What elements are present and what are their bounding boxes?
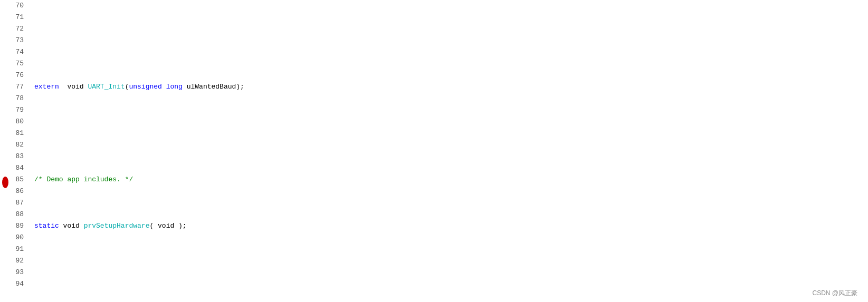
code-line: static void prvSetupHardware ( void ); — [34, 220, 868, 232]
code-line: extern void UART_Init ( unsigned long ul… — [34, 81, 868, 93]
keyword: unsigned long — [129, 81, 182, 93]
code-content-area[interactable]: extern void UART_Init ( unsigned long ul… — [29, 0, 868, 302]
keyword: static — [34, 220, 59, 232]
line-numbers: 70 71 72 73 74 75 76 77 78 79 80 81 82 8… — [0, 0, 29, 302]
code-line — [34, 128, 868, 139]
code-line: /* Demo app includes. */ — [34, 174, 868, 186]
code-line — [34, 267, 868, 278]
code-line — [34, 35, 868, 46]
code-editor: 70 71 72 73 74 75 76 77 78 79 80 81 82 8… — [0, 0, 868, 302]
keyword: extern — [34, 81, 59, 93]
function-name: UART_Init — [88, 81, 125, 93]
breakpoint-indicator — [2, 177, 8, 188]
function-name: prvSetupHardware — [84, 220, 150, 232]
watermark: CSDN @风正豪 — [812, 289, 857, 298]
comment: /* Demo app includes. */ — [34, 174, 133, 186]
